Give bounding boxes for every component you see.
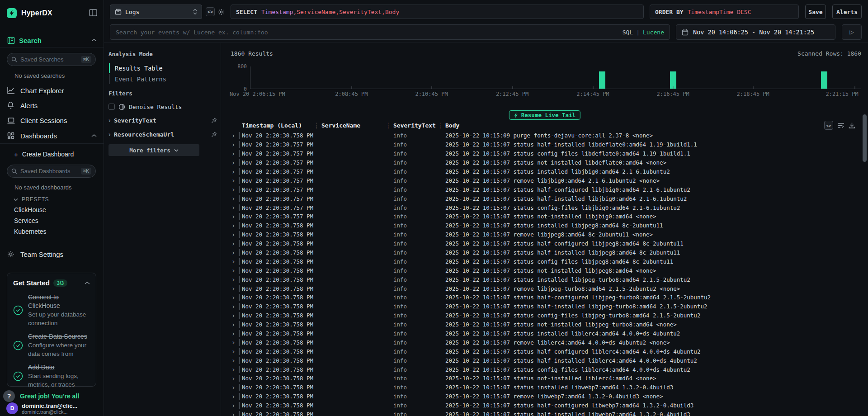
table-row[interactable]: ›Nov 20 2:20:30.758 PMinfo2025-10-22 10:… [222,293,859,302]
sidebar-item-alerts[interactable]: Alerts [7,99,97,112]
preset-clickhouse[interactable]: ClickHouse [14,204,46,215]
help-button[interactable]: ? [3,390,15,402]
row-expand-chevron[interactable]: › [231,294,239,301]
column-header-timestamp[interactable]: Timestamp (Local) [239,122,318,129]
sidebar-item-dashboards[interactable]: Dashboards [7,129,97,142]
table-row[interactable]: ›Nov 20 2:20:30.758 PMinfo2025-10-22 10:… [222,230,859,239]
row-expand-chevron[interactable]: › [231,213,239,220]
results-histogram[interactable] [250,66,861,89]
row-expand-chevron[interactable]: › [231,366,239,373]
table-row[interactable]: ›Nov 20 2:20:30.758 PMinfo2025-10-22 10:… [222,239,859,248]
row-expand-chevron[interactable]: › [231,375,239,382]
mode-results-table[interactable]: Results Table [109,63,195,73]
row-expand-chevron[interactable]: › [231,285,239,292]
table-row[interactable]: ›Nov 20 2:20:30.758 PMinfo2025-10-22 10:… [222,347,859,356]
get-started-step-sources[interactable]: Create Data SourcesConfigure where your … [13,332,90,358]
row-expand-chevron[interactable]: › [231,384,239,391]
table-row[interactable]: ›Nov 20 2:20:30.758 PMinfo2025-10-22 10:… [222,329,859,338]
table-row[interactable]: ›Nov 20 2:20:30.758 PMinfo2025-10-22 10:… [222,221,859,230]
row-expand-chevron[interactable]: › [231,402,239,409]
table-row[interactable]: ›Nov 20 2:20:30.758 PMinfo2025-10-22 10:… [222,311,859,320]
brand-logo[interactable]: HyperDX [7,7,97,19]
alerts-button[interactable]: Alerts [832,5,862,19]
language-sql-option[interactable]: SQL [623,29,633,36]
mode-event-patterns[interactable]: Event Patterns [109,74,195,84]
table-row[interactable]: ›Nov 20 2:20:30.757 PMinfo2025-10-22 10:… [222,212,859,221]
column-header-severitytext[interactable]: SeverityText [390,122,442,129]
chevron-up-icon[interactable] [85,281,90,285]
row-expand-chevron[interactable]: › [231,159,239,166]
create-dashboard-button[interactable]: + Create Dashboard [14,149,74,159]
table-row[interactable]: ›Nov 20 2:20:30.758 PMinfo2025-10-22 10:… [222,131,859,140]
row-expand-chevron[interactable]: › [231,312,239,319]
table-row[interactable]: ›Nov 20 2:20:30.757 PMinfo2025-10-22 10:… [222,149,859,158]
row-expand-chevron[interactable]: › [231,195,239,202]
run-query-button[interactable]: ▷ [842,24,862,40]
wrap-lines-button[interactable] [837,122,844,128]
save-button[interactable]: Save [805,5,826,19]
row-expand-chevron[interactable]: › [231,258,239,265]
chevron-up-icon[interactable] [91,38,97,42]
table-row[interactable]: ›Nov 20 2:20:30.758 PMinfo2025-10-22 10:… [222,401,859,410]
more-filters-button[interactable]: More filters [108,144,199,156]
table-row[interactable]: ›Nov 20 2:20:30.758 PMinfo2025-10-22 10:… [222,284,859,293]
row-expand-chevron[interactable]: › [231,141,239,148]
row-expand-chevron[interactable]: › [231,222,239,229]
columns-code-button[interactable]: <> [824,121,833,130]
chevron-up-icon[interactable] [91,134,97,137]
date-range-picker[interactable]: Nov 20 14:06:25 - Nov 20 14:21:25 [676,24,835,40]
get-started-step-add-data[interactable]: Add DataStart sending logs, metrics, or … [13,363,90,389]
vertical-scrollbar-thumb[interactable] [863,114,867,162]
table-row[interactable]: ›Nov 20 2:20:30.757 PMinfo2025-10-22 10:… [222,176,859,185]
row-expand-chevron[interactable]: › [231,411,239,416]
filter-group-resourceschemaurl[interactable]: › ResourceSchemaUrl [108,130,217,139]
sidebar-item-search[interactable]: Search [7,35,97,45]
row-expand-chevron[interactable]: › [231,348,239,355]
row-expand-chevron[interactable]: › [231,321,239,328]
language-lucene-option[interactable]: Lucene [643,29,664,36]
table-row[interactable]: ›Nov 20 2:20:30.757 PMinfo2025-10-22 10:… [222,203,859,212]
filter-group-severitytext[interactable]: › SeverityText [108,116,217,125]
row-expand-chevron[interactable]: › [231,249,239,256]
event-search-input[interactable] [116,29,623,36]
sidebar-item-client-sessions[interactable]: Client Sessions [7,114,97,127]
column-header-servicename[interactable]: ServiceName [318,122,390,129]
row-expand-chevron[interactable]: › [231,330,239,337]
table-row[interactable]: ›Nov 20 2:20:30.757 PMinfo2025-10-22 10:… [222,158,859,167]
table-row[interactable]: ›Nov 20 2:20:30.758 PMinfo2025-10-22 10:… [222,302,859,311]
table-row[interactable]: ›Nov 20 2:20:30.758 PMinfo2025-10-22 10:… [222,266,859,275]
row-expand-chevron[interactable]: › [231,303,239,310]
row-expand-chevron[interactable]: › [231,177,239,184]
row-expand-chevron[interactable]: › [231,393,239,400]
preset-kubernetes[interactable]: Kubernetes [14,226,47,237]
row-expand-chevron[interactable]: › [231,276,239,283]
row-expand-chevron[interactable]: › [231,357,239,364]
row-expand-chevron[interactable]: › [231,240,239,247]
download-button[interactable] [849,122,855,129]
table-row[interactable]: ›Nov 20 2:20:30.758 PMinfo2025-10-22 10:… [222,383,859,392]
source-settings-button[interactable] [217,7,226,16]
column-header-body[interactable]: Body [442,122,823,129]
table-row[interactable]: ›Nov 20 2:20:30.758 PMinfo2025-10-22 10:… [222,320,859,329]
saved-dashboards-input[interactable]: Saved Dashboards ⌘K [7,165,96,178]
user-menu[interactable]: D dominic.tran@clic... dominic.tran@clic… [6,402,99,415]
resume-live-tail-button[interactable]: Resume Live Tail [509,110,580,120]
table-row[interactable]: ›Nov 20 2:20:30.758 PMinfo2025-10-22 10:… [222,392,859,401]
table-row[interactable]: ›Nov 20 2:20:30.757 PMinfo2025-10-22 10:… [222,185,859,194]
saved-searches-input[interactable]: Saved Searches ⌘K [7,53,96,66]
event-search-input-wrap[interactable]: SQL | Lucene [110,24,670,40]
sidebar-item-team-settings[interactable]: Team Settings [7,248,97,260]
table-row[interactable]: ›Nov 20 2:20:30.758 PMinfo2025-10-22 10:… [222,356,859,365]
pin-icon[interactable] [211,132,217,137]
table-row[interactable]: ›Nov 20 2:20:30.758 PMinfo2025-10-22 10:… [222,365,859,374]
row-expand-chevron[interactable]: › [231,267,239,274]
pin-icon[interactable] [211,118,217,123]
row-expand-chevron[interactable]: › [231,231,239,238]
denoise-checkbox[interactable] [108,104,115,110]
code-view-button[interactable]: <> [206,7,215,16]
order-by-input[interactable]: ORDER BYTimestampTime DESC [650,5,799,19]
preset-services[interactable]: Services [14,215,38,226]
row-expand-chevron[interactable]: › [231,339,239,346]
presets-toggle[interactable]: PRESETS [14,195,49,203]
table-row[interactable]: ›Nov 20 2:20:30.757 PMinfo2025-10-22 10:… [222,194,859,203]
